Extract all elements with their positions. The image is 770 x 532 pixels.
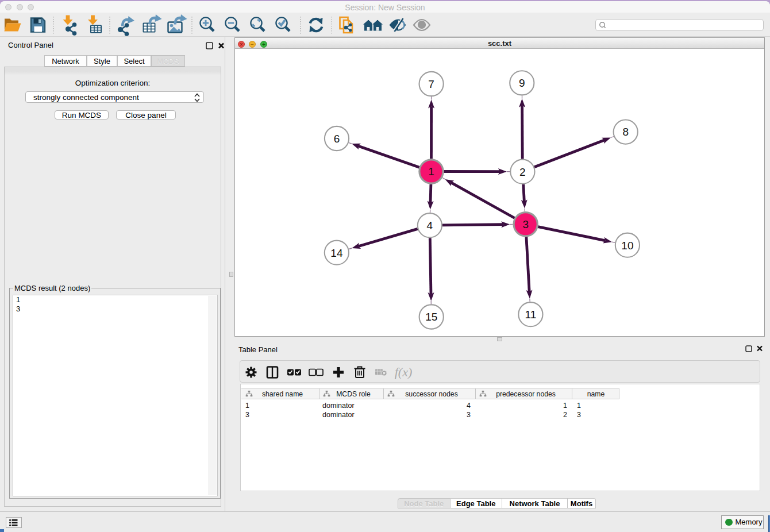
svg-text:2: 2 (519, 166, 526, 178)
svg-text:name: name (587, 390, 605, 398)
svg-text:MCDS role: MCDS role (336, 390, 371, 398)
svg-text:3: 3 (245, 411, 249, 419)
svg-text:dominator: dominator (322, 402, 355, 410)
svg-text:14: 14 (330, 247, 343, 259)
svg-text:1: 1 (428, 165, 434, 178)
svg-text:3: 3 (577, 411, 581, 419)
svg-text:11: 11 (525, 309, 537, 321)
svg-text:7: 7 (428, 78, 434, 90)
svg-text:f(x): f(x) (395, 365, 413, 379)
svg-text:10: 10 (621, 240, 633, 252)
svg-text:successor nodes: successor nodes (405, 390, 457, 398)
svg-text:6: 6 (334, 133, 340, 145)
svg-text:2: 2 (563, 411, 567, 419)
svg-text:4: 4 (427, 219, 433, 232)
svg-text:1: 1 (577, 402, 581, 410)
svg-text:3: 3 (467, 411, 471, 419)
svg-text:9: 9 (519, 77, 525, 89)
svg-text:predecessor nodes: predecessor nodes (496, 390, 556, 398)
svg-text:1: 1 (245, 402, 249, 410)
svg-text:1: 1 (563, 402, 567, 410)
svg-text:4: 4 (467, 402, 471, 410)
svg-text:8: 8 (622, 126, 629, 138)
svg-text:dominator: dominator (322, 411, 355, 419)
svg-text:shared name: shared name (262, 390, 303, 398)
svg-text:3: 3 (522, 218, 529, 230)
svg-text:15: 15 (425, 311, 437, 323)
